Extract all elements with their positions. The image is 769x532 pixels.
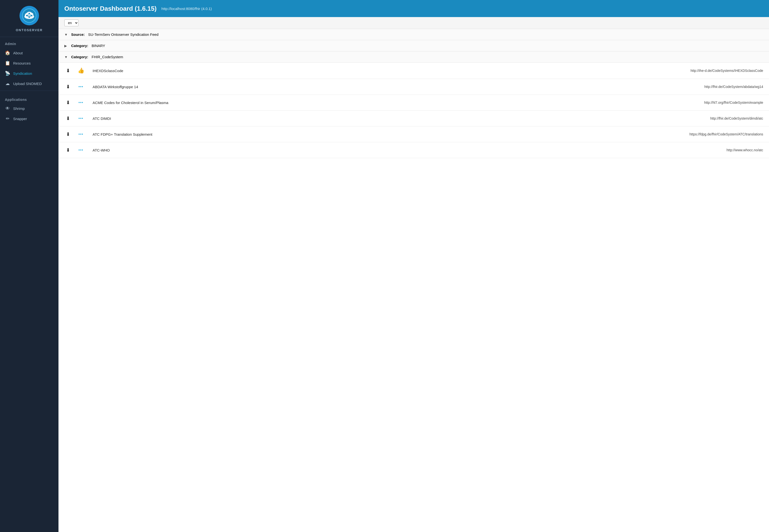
- main-area: Ontoserver Dashboard (1.6.15) http://loc…: [58, 0, 769, 532]
- item-url: http://www.whocc.no/atc: [727, 148, 763, 152]
- download-icon[interactable]: ⬇: [64, 147, 72, 153]
- download-icon[interactable]: ⬇: [64, 115, 72, 121]
- item-name: ACME Codes for Cholesterol in Serum/Plas…: [90, 101, 699, 105]
- category-binary-header: ▶ Category: BINARY: [58, 40, 769, 51]
- source-label-value: SU-TermServ Ontoserver Syndication Feed: [88, 32, 158, 37]
- sidebar-item-upload-snomed-label: Upload SNOMED: [13, 82, 42, 86]
- resources-icon: 📋: [5, 60, 10, 66]
- status-dots-icon: •••: [77, 85, 85, 89]
- status-dots-icon: •••: [77, 148, 85, 152]
- category-fhir-header: ▼ Category: FHIR_CodeSystem: [58, 51, 769, 63]
- sidebar-item-resources-label: Resources: [13, 61, 31, 65]
- status-ok-icon: 👍: [77, 67, 85, 74]
- sidebar-item-shrimp[interactable]: 👁 Shrimp: [0, 104, 58, 114]
- item-name: ABDATA Wirkstoffgruppe 14: [90, 85, 700, 89]
- sidebar-item-about[interactable]: 🏠 About: [0, 48, 58, 58]
- download-icon[interactable]: ⬇: [64, 100, 72, 105]
- category-fhir-key: Category:: [71, 55, 88, 59]
- category-binary-key: Category:: [71, 44, 88, 48]
- table-row: ⬇ 👍 IHEXDSclassCode http://ihe-d.de/Code…: [58, 63, 769, 79]
- sidebar-item-about-label: About: [13, 51, 23, 55]
- table-row: ⬇ ••• ABDATA Wirkstoffgruppe 14 http://f…: [58, 79, 769, 95]
- category-binary-value: BINARY: [92, 44, 105, 48]
- sidebar-item-syndication[interactable]: 📡 Syndication: [0, 68, 58, 78]
- pencil-icon: ✏: [5, 116, 10, 121]
- table-row: ⬇ ••• ACME Codes for Cholesterol in Seru…: [58, 95, 769, 111]
- binary-toggle[interactable]: ▶: [64, 44, 69, 48]
- status-dots-icon: •••: [77, 132, 85, 136]
- syndication-icon: 📡: [5, 71, 10, 76]
- source-row: ▼ Source: SU-TermServ Ontoserver Syndica…: [58, 29, 769, 40]
- content-area: ▼ Source: SU-TermServ Ontoserver Syndica…: [58, 29, 769, 532]
- page-title: Ontoserver Dashboard (1.6.15): [64, 5, 157, 12]
- sidebar-item-snapper[interactable]: ✏ Snapper: [0, 114, 58, 124]
- download-icon[interactable]: ⬇: [64, 84, 72, 90]
- source-toggle[interactable]: ▼: [64, 33, 69, 37]
- item-name: ATC FDPG+ Translation Supplement: [90, 132, 685, 136]
- download-icon[interactable]: ⬇: [64, 131, 72, 137]
- language-select[interactable]: en de fr: [64, 19, 78, 26]
- item-name: ATC DIMDI: [90, 116, 705, 121]
- sidebar-divider-1: [0, 91, 58, 91]
- item-name: ATC-WHO: [90, 148, 722, 152]
- source-label-key: Source:: [71, 32, 85, 37]
- item-url: http://fhir.de/CodeSystem/abdata/wg14: [704, 85, 763, 89]
- status-dots-icon: •••: [77, 100, 85, 105]
- page-header: Ontoserver Dashboard (1.6.15) http://loc…: [58, 0, 769, 17]
- table-row: ⬇ ••• ATC-WHO http://www.whocc.no/atc: [58, 142, 769, 158]
- sidebar-item-resources[interactable]: 📋 Resources: [0, 58, 58, 68]
- category-fhir-value: FHIR_CodeSystem: [92, 55, 123, 59]
- item-url: https://fdpg.de/fhir/CodeSystem/ATC/tran…: [690, 132, 763, 136]
- logo-area: ONTOSERVER: [0, 0, 58, 37]
- table-row: ⬇ ••• ATC FDPG+ Translation Supplement h…: [58, 126, 769, 142]
- item-url: http://hl7.org/fhir/CodeSystem/example: [704, 101, 763, 105]
- eye-icon: 👁: [5, 106, 10, 111]
- sidebar-item-shrimp-label: Shrimp: [13, 106, 25, 111]
- item-url: http://fhir.de/CodeSystem/dimdi/atc: [710, 116, 763, 120]
- sidebar: ONTOSERVER Admin 🏠 About 📋 Resources 📡 S…: [0, 0, 58, 532]
- applications-section-label: Applications: [0, 93, 58, 104]
- home-icon: 🏠: [5, 50, 10, 56]
- fhir-toggle[interactable]: ▼: [64, 55, 69, 59]
- logo-icon: [19, 6, 39, 25]
- sidebar-item-syndication-label: Syndication: [13, 71, 32, 76]
- admin-section-label: Admin: [0, 37, 58, 48]
- download-icon[interactable]: ⬇: [64, 68, 72, 74]
- upload-icon: ☁: [5, 81, 10, 86]
- toolbar: en de fr: [58, 17, 769, 29]
- item-url: http://ihe-d.de/CodeSystems/IHEXDSclassC…: [691, 69, 763, 73]
- fhir-url: http://localhost:8080/fhir (4.0.1): [162, 7, 212, 11]
- status-dots-icon: •••: [77, 116, 85, 121]
- sidebar-item-upload-snomed[interactable]: ☁ Upload SNOMED: [0, 78, 58, 89]
- table-row: ⬇ ••• ATC DIMDI http://fhir.de/CodeSyste…: [58, 111, 769, 126]
- sidebar-item-snapper-label: Snapper: [13, 117, 27, 121]
- item-name: IHEXDSclassCode: [90, 69, 686, 73]
- logo-label: ONTOSERVER: [16, 28, 43, 32]
